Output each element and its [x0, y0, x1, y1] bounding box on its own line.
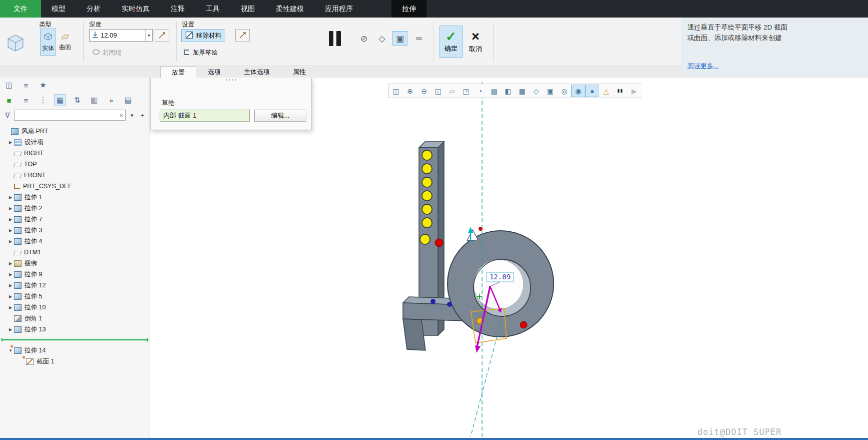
thicken-sketch-checkbox[interactable]: 加厚草绘: [182, 49, 218, 57]
tree-more-icon[interactable]: »: [105, 94, 117, 106]
tree-list-icon[interactable]: ≡: [20, 94, 32, 106]
favorites-icon[interactable]: ★: [37, 79, 49, 91]
zoom-in-icon[interactable]: ⊕: [403, 85, 417, 97]
tree-item[interactable]: 拉伸 13: [0, 324, 150, 335]
menu-item[interactable]: 视图: [230, 0, 265, 18]
expand-arrow-icon[interactable]: [7, 217, 14, 222]
tree-item[interactable]: PRT_CSYS_DEF: [0, 181, 150, 192]
menu-item[interactable]: 工具: [195, 0, 230, 18]
no-preview-icon[interactable]: ⊘: [356, 31, 371, 46]
saved-views-icon[interactable]: ▦: [515, 85, 529, 97]
tree-detail-icon[interactable]: ⋮: [37, 94, 49, 106]
display-style-icon[interactable]: ◳: [459, 85, 473, 97]
tree-item[interactable]: FRONT: [0, 170, 150, 181]
flip-material-side-button[interactable]: [235, 29, 250, 42]
depth-dropdown-caret[interactable]: ▾: [145, 30, 150, 41]
menu-item[interactable]: 文件: [0, 0, 41, 18]
solid-type-button[interactable]: 实体: [40, 29, 56, 56]
tree-columns-icon[interactable]: ▥: [88, 94, 100, 106]
zoom-out-icon[interactable]: ⊖: [417, 85, 431, 97]
datum-axis-display-icon[interactable]: ▣: [543, 85, 557, 97]
dashboard-tab[interactable]: 属性: [281, 66, 317, 78]
surface-type-button[interactable]: 曲面: [57, 29, 73, 56]
zoom-region-icon[interactable]: ◫: [389, 85, 403, 97]
section-view-icon[interactable]: ◔: [473, 85, 487, 97]
filter-funnel-icon[interactable]: ∇: [3, 111, 12, 119]
menu-item[interactable]: 拉伸: [391, 0, 426, 18]
expand-arrow-icon[interactable]: [7, 283, 14, 288]
tree-settings-icon[interactable]: ▤: [122, 94, 134, 106]
depth-value-combo[interactable]: 12.09 ▾: [89, 29, 153, 42]
warning-icon[interactable]: △: [599, 85, 613, 97]
expand-arrow-icon[interactable]: [7, 206, 14, 211]
cancel-button[interactable]: × 取消: [464, 26, 487, 58]
attached-preview-icon[interactable]: ▣: [392, 31, 407, 46]
dimension-label[interactable]: 12.09: [487, 272, 514, 282]
tree-item[interactable]: 倒角 1: [0, 313, 150, 324]
tree-root-icon[interactable]: ■: [3, 94, 15, 106]
tree-item[interactable]: TOP: [0, 159, 150, 170]
expand-arrow-icon[interactable]: [7, 140, 14, 145]
read-more-link[interactable]: 阅读更多...: [687, 61, 719, 71]
tree-item[interactable]: 拉伸 1: [0, 192, 150, 203]
search-add-icon[interactable]: +: [138, 110, 147, 121]
menu-item[interactable]: 模型: [41, 0, 76, 18]
tree-item[interactable]: 风扇.PRT: [0, 126, 150, 137]
ok-button[interactable]: ✓ 确定: [440, 26, 463, 58]
pause-icon[interactable]: ▮▮: [613, 85, 627, 97]
tree-sort-icon[interactable]: ⇅: [71, 94, 83, 106]
appearance-icon[interactable]: ▤: [487, 85, 501, 97]
repaint-icon[interactable]: ▱: [445, 85, 459, 97]
tree-item[interactable]: RIGHT: [0, 148, 150, 159]
menu-item[interactable]: 实时仿真: [111, 0, 160, 18]
depth-value[interactable]: 12.09: [101, 32, 143, 39]
expand-arrow-icon[interactable]: [7, 239, 14, 244]
tree-grid-icon[interactable]: ▦: [54, 94, 66, 106]
tree-item[interactable]: 拉伸 2: [0, 203, 150, 214]
model-viewport[interactable]: ◫ ⊕ ⊖ ◱ ▱ ◳ ◔ ▤ ◧ ▦ ◇ ▣ ◎ ◉ ● △: [150, 78, 868, 438]
view-manager-icon[interactable]: ◧: [501, 85, 515, 97]
expand-arrow-icon[interactable]: [7, 272, 14, 277]
menu-item[interactable]: 分析: [76, 0, 111, 18]
menu-item[interactable]: 应用程序: [314, 0, 363, 18]
tree-item[interactable]: 拉伸 10: [0, 302, 150, 313]
search-clear-icon[interactable]: ×: [119, 112, 123, 119]
pause-feature-button[interactable]: [329, 31, 341, 46]
flip-depth-direction-button[interactable]: [155, 29, 169, 42]
expand-arrow-icon[interactable]: [7, 195, 14, 200]
dashboard-tab[interactable]: 选项: [196, 66, 232, 78]
tree-item[interactable]: DTM1: [0, 247, 150, 258]
insert-locator-line[interactable]: [2, 339, 148, 340]
tree-item[interactable]: 拉伸 9: [0, 269, 150, 280]
tree-item[interactable]: 截面 1: [0, 356, 150, 367]
tree-item[interactable]: 设计项: [0, 137, 150, 148]
expand-arrow-icon[interactable]: [7, 261, 14, 266]
unattached-preview-icon[interactable]: ◇: [374, 31, 389, 46]
datum-plane-display-icon[interactable]: ◇: [529, 85, 543, 97]
expand-arrow-icon[interactable]: [7, 305, 14, 310]
selection-filter-icon[interactable]: ◉: [571, 85, 585, 97]
panel-drag-handle[interactable]: [151, 79, 311, 81]
layer-tree-icon[interactable]: ≡: [20, 79, 32, 91]
menu-item[interactable]: 柔性建模: [265, 0, 314, 18]
model-tree-toggle-icon[interactable]: ◫: [3, 79, 15, 91]
search-dropdown-icon[interactable]: ▾: [128, 110, 136, 121]
menu-item[interactable]: 注释: [160, 0, 195, 18]
dashboard-tab[interactable]: 放置: [160, 66, 196, 78]
tree-item[interactable]: 拉伸 5: [0, 291, 150, 302]
spin-center-icon[interactable]: ◎: [557, 85, 571, 97]
remove-material-button[interactable]: 移除材料: [181, 29, 225, 42]
resume-icon[interactable]: ▶: [627, 85, 641, 97]
snap-mode-icon[interactable]: ●: [585, 85, 599, 97]
refit-icon[interactable]: ◱: [431, 85, 445, 97]
tree-item[interactable]: 拉伸 7: [0, 214, 150, 225]
sketch-collector-field[interactable]: 内部 截面 1: [160, 110, 250, 122]
verify-glasses-icon[interactable]: ∞: [411, 31, 426, 46]
tree-item[interactable]: 拉伸 4: [0, 236, 150, 247]
edit-sketch-button[interactable]: 编辑...: [254, 110, 306, 122]
tree-item[interactable]: 拉伸 12: [0, 280, 150, 291]
expand-arrow-icon[interactable]: [7, 228, 14, 233]
expand-arrow-icon[interactable]: [7, 294, 14, 299]
tree-item[interactable]: 捆绑: [0, 258, 150, 269]
expand-arrow-icon[interactable]: [7, 327, 14, 332]
